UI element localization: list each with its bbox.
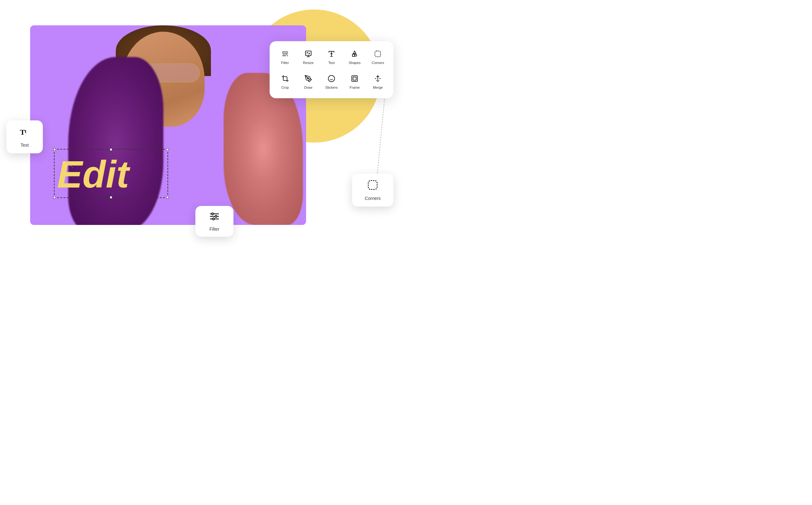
text-icon: Tt: [328, 50, 335, 59]
text-tool-icon: T t: [19, 126, 30, 140]
corners-label: Corners: [372, 61, 384, 65]
corners-icon: [374, 50, 381, 59]
tool-merge[interactable]: Merge: [368, 71, 388, 93]
tool-text[interactable]: Tt Text: [321, 46, 342, 68]
svg-point-26: [213, 218, 214, 220]
tool-filter[interactable]: Filter: [275, 46, 295, 68]
svg-rect-9: [306, 51, 311, 55]
merge-icon: [374, 75, 381, 83]
filter-label: Filter: [281, 61, 288, 65]
tool-crop[interactable]: Crop: [275, 71, 295, 93]
svg-point-24: [212, 213, 214, 215]
handle-bottom-left[interactable]: [53, 196, 56, 199]
handle-bottom-right[interactable]: [166, 196, 169, 199]
svg-point-25: [215, 215, 217, 217]
corners-tool-card[interactable]: Corners: [352, 174, 393, 206]
svg-rect-17: [353, 77, 356, 80]
handle-top-left[interactable]: [53, 148, 56, 151]
canvas-background: Edit: [30, 25, 306, 225]
shapes-label: Shapes: [349, 61, 361, 65]
svg-text:T: T: [20, 128, 25, 136]
text-selection-box: [54, 149, 168, 198]
resize-icon: [305, 50, 312, 59]
svg-rect-16: [352, 76, 357, 81]
svg-point-13: [328, 75, 335, 82]
svg-rect-20: [368, 181, 377, 189]
frame-label: Frame: [350, 86, 360, 89]
handle-bottom-mid[interactable]: [110, 196, 112, 199]
canvas-area: Edit: [30, 25, 306, 225]
crop-icon: [281, 75, 289, 83]
tool-frame[interactable]: Frame: [344, 71, 365, 93]
tool-draw[interactable]: Draw: [298, 71, 319, 93]
tool-shapes[interactable]: Shapes: [344, 46, 365, 68]
crop-label: Crop: [281, 86, 289, 89]
tool-resize[interactable]: Resize: [298, 46, 319, 68]
text-tool-card[interactable]: T t Text: [6, 120, 43, 153]
corners-tool-icon: [367, 179, 378, 193]
frame-icon: [351, 75, 358, 83]
corners-tool-label: Corners: [365, 196, 381, 201]
draw-icon: [305, 75, 312, 83]
stickers-icon: [328, 75, 335, 83]
tool-stickers[interactable]: Stickers: [321, 71, 342, 93]
svg-text:Tt: Tt: [330, 52, 333, 55]
text-label: Text: [328, 61, 335, 65]
merge-label: Merge: [373, 86, 383, 89]
draw-label: Draw: [304, 86, 313, 89]
handle-top-right[interactable]: [166, 148, 169, 151]
shapes-icon: [351, 50, 358, 59]
resize-label: Resize: [303, 61, 314, 65]
filter-tool-icon: [209, 211, 220, 224]
stickers-label: Stickers: [325, 86, 338, 89]
filter-tool-label: Filter: [209, 226, 219, 231]
fur-coat-left: [68, 57, 163, 225]
handle-top-mid[interactable]: [110, 148, 112, 151]
svg-rect-11: [375, 51, 381, 57]
filter-tool-card[interactable]: Filter: [195, 206, 233, 237]
filter-icon: [281, 50, 289, 59]
toolbar-card: Filter Resize Tt Text: [270, 41, 393, 98]
tool-corners[interactable]: Corners: [368, 46, 388, 68]
svg-text:t: t: [25, 129, 27, 134]
text-tool-label: Text: [21, 143, 29, 148]
